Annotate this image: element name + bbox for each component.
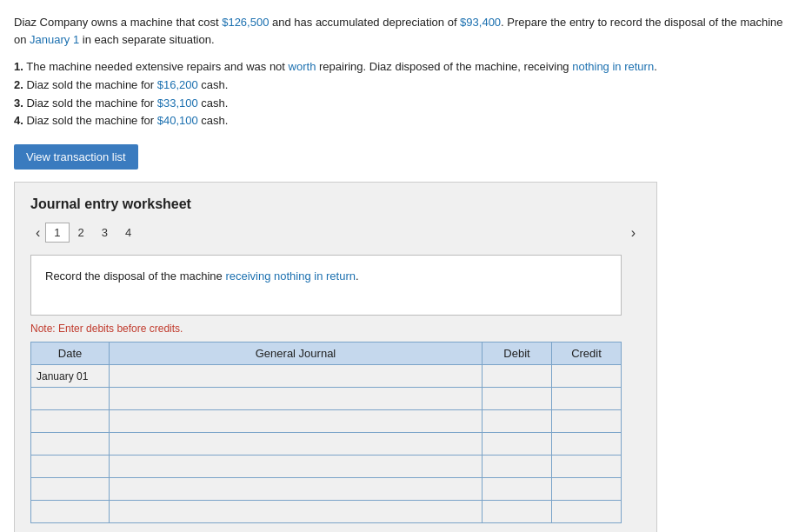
journal-input-7[interactable] [110, 501, 482, 522]
tab-2[interactable]: 2 [70, 223, 93, 243]
debit-cell-3[interactable] [483, 410, 552, 433]
credit-cell-4[interactable] [552, 433, 622, 456]
debit-cell-5[interactable] [483, 456, 552, 478]
note-text: Note: Enter debits before credits. [30, 323, 641, 335]
credit-input-6[interactable] [552, 478, 621, 500]
situation-2: 2. Diaz sold the machine for $16,200 cas… [14, 76, 798, 95]
credit-cell-2[interactable] [552, 388, 622, 410]
table-row [31, 388, 622, 410]
credit-cell-5[interactable] [552, 456, 622, 478]
debit-input-3[interactable] [483, 410, 551, 432]
tab-4[interactable]: 4 [116, 223, 140, 243]
date-cell-7 [31, 501, 110, 523]
situations-list: 1. The machine needed extensive repairs … [14, 58, 798, 130]
journal-input-4[interactable] [110, 433, 482, 455]
credit-cell-3[interactable] [552, 410, 622, 433]
debit-cell-7[interactable] [483, 501, 552, 523]
col-general-journal: General Journal [110, 342, 483, 365]
date-cell-1: January 01 [31, 365, 110, 388]
view-transaction-list-button[interactable]: View transaction list [14, 144, 138, 170]
credit-input-3[interactable] [552, 410, 621, 432]
journal-cell-2[interactable] [110, 388, 483, 410]
col-date: Date [31, 342, 110, 365]
credit-input-5[interactable] [552, 456, 621, 477]
intro-paragraph: Diaz Company owns a machine that cost $1… [14, 14, 796, 48]
worksheet-title: Journal entry worksheet [30, 196, 641, 212]
journal-input-2[interactable] [110, 388, 482, 409]
credit-cell-7[interactable] [552, 501, 622, 523]
tab-3[interactable]: 3 [93, 223, 116, 243]
journal-cell-3[interactable] [110, 410, 483, 433]
situation-3: 3. Diaz sold the machine for $33,100 cas… [14, 95, 798, 113]
credit-input-2[interactable] [552, 388, 621, 409]
journal-cell-5[interactable] [110, 456, 483, 478]
tab-1[interactable]: 1 [45, 223, 69, 243]
table-row [31, 410, 622, 433]
table-row [31, 456, 622, 478]
debit-input-2[interactable] [483, 388, 551, 409]
journal-entry-worksheet: Journal entry worksheet ‹ 1 2 3 4 › Reco… [14, 182, 657, 532]
credit-cell-6[interactable] [552, 478, 622, 501]
date-cell-2 [31, 388, 110, 410]
debit-cell-4[interactable] [483, 433, 552, 456]
debit-input-4[interactable] [483, 433, 551, 455]
instruction-box: Record the disposal of the machine recei… [30, 255, 622, 316]
situation-1: 1. The machine needed extensive repairs … [14, 58, 798, 76]
next-tab-button[interactable]: › [626, 223, 641, 243]
col-debit: Debit [483, 342, 552, 365]
journal-input-6[interactable] [110, 478, 482, 500]
debit-input-6[interactable] [483, 478, 551, 500]
date-cell-3 [31, 410, 110, 433]
debit-cell-2[interactable] [483, 388, 552, 410]
credit-cell-1[interactable] [552, 365, 622, 388]
credit-input-7[interactable] [552, 501, 621, 522]
journal-cell-4[interactable] [110, 433, 483, 456]
journal-input-1[interactable] [110, 365, 482, 387]
journal-cell-1[interactable] [110, 365, 483, 388]
debit-cell-6[interactable] [483, 478, 552, 501]
tab-navigation: ‹ 1 2 3 4 › [30, 223, 641, 243]
debit-input-5[interactable] [483, 456, 551, 477]
date-cell-6 [31, 478, 110, 501]
col-credit: Credit [552, 342, 622, 365]
debit-input-1[interactable] [483, 365, 551, 387]
date-cell-4 [31, 433, 110, 456]
table-row [31, 478, 622, 501]
prev-tab-button[interactable]: ‹ [30, 223, 45, 243]
debit-input-7[interactable] [483, 501, 551, 522]
credit-input-4[interactable] [552, 433, 621, 455]
credit-input-1[interactable] [552, 365, 621, 387]
journal-table: Date General Journal Debit Credit Januar… [30, 342, 622, 523]
journal-cell-7[interactable] [110, 501, 483, 523]
date-cell-5 [31, 456, 110, 478]
table-row: January 01 [31, 365, 622, 388]
journal-input-5[interactable] [110, 456, 482, 477]
table-row [31, 501, 622, 523]
journal-cell-6[interactable] [110, 478, 483, 501]
journal-input-3[interactable] [110, 410, 482, 432]
situation-4: 4. Diaz sold the machine for $40,100 cas… [14, 112, 798, 130]
table-row [31, 433, 622, 456]
debit-cell-1[interactable] [483, 365, 552, 388]
